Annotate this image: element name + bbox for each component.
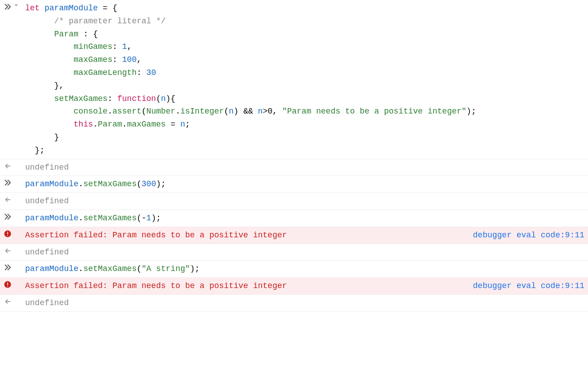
var-n: n: [258, 107, 263, 116]
str-arg: "A string": [141, 264, 190, 273]
console-input-row[interactable]: let paramModule = { /* parameter literal…: [0, 0, 588, 159]
punct: );: [151, 214, 161, 223]
prop-maxGameLength: maxGameLength: [74, 68, 136, 77]
svg-rect-1: [7, 232, 8, 234]
console-input-row[interactable]: paramModule.setMaxGames(-1);: [0, 210, 588, 227]
output-value: undefined: [25, 246, 584, 259]
console-input-row[interactable]: paramModule.setMaxGames("A string");: [0, 261, 588, 278]
punct: }: [54, 133, 59, 142]
output-value: undefined: [25, 195, 584, 208]
return-arrow-icon: [4, 162, 12, 170]
comment: /* parameter literal */: [54, 17, 166, 26]
var-n: n: [229, 107, 234, 116]
input-prompt-icon: [4, 3, 12, 11]
num-30: 30: [146, 68, 156, 77]
collapse-toggle-icon[interactable]: [13, 3, 19, 8]
console-output-row: undefined: [0, 193, 588, 210]
source-link[interactable]: debugger eval code:9:11: [466, 280, 584, 293]
console-output-row: undefined: [0, 244, 588, 261]
num-100: 100: [122, 55, 136, 64]
gutter: [4, 195, 25, 204]
punct: ): [234, 107, 239, 116]
punct: ,: [272, 107, 282, 116]
param-n: n: [161, 94, 166, 103]
punct: (: [136, 179, 141, 188]
punct: .: [176, 107, 180, 116]
source-file: debugger eval code: [473, 281, 560, 290]
punct: ;: [185, 120, 190, 129]
punct: .: [79, 179, 83, 188]
punct: .: [79, 264, 83, 273]
error-icon: [4, 280, 12, 289]
gutter: [4, 178, 25, 187]
punct: },: [54, 81, 64, 90]
gutter: [4, 2, 25, 11]
punct: (: [136, 214, 141, 223]
prop-maxGames: maxGames: [74, 55, 112, 64]
source-link[interactable]: debugger eval code:9:11: [466, 229, 584, 242]
code-input[interactable]: paramModule.setMaxGames(-1);: [25, 212, 584, 225]
method-setMaxGames: setMaxGames: [83, 179, 137, 188]
prop-param: Param: [98, 120, 122, 129]
op-gt0: >0: [263, 107, 272, 116]
svg-rect-2: [7, 235, 8, 236]
method-isInteger: isInteger: [180, 107, 224, 116]
punct: ){: [166, 94, 176, 103]
code-input[interactable]: let paramModule = { /* parameter literal…: [25, 2, 584, 157]
console-error-row: Assertion failed: Param needs to be a po…: [0, 278, 588, 295]
punct: = {: [98, 4, 117, 13]
punct: .: [122, 120, 127, 129]
punct: :: [136, 68, 146, 77]
punct: .: [93, 120, 98, 129]
input-prompt-icon: [4, 179, 12, 187]
op-and: &&: [238, 107, 258, 116]
input-prompt-icon: [4, 263, 12, 271]
output-value: undefined: [25, 161, 584, 174]
console-panel: let paramModule = { /* parameter literal…: [0, 0, 588, 312]
prop-maxGames: maxGames: [127, 120, 166, 129]
num-arg: 1: [146, 214, 151, 223]
error-message: Assertion failed: Param needs to be a po…: [25, 280, 466, 293]
punct: (: [136, 264, 141, 273]
console-output-row: undefined: [0, 159, 588, 176]
num-arg: 300: [141, 179, 156, 188]
punct: );: [190, 264, 200, 273]
punct: };: [35, 146, 45, 155]
type-number: Number: [146, 107, 176, 116]
svg-rect-5: [7, 286, 8, 287]
punct: .: [108, 107, 113, 116]
string-literal: "Param needs to be a positive integer": [282, 107, 466, 116]
gutter: [4, 161, 25, 170]
punct: :: [112, 42, 122, 51]
prop-setMaxGames: setMaxGames: [54, 94, 108, 103]
return-arrow-icon: [4, 297, 12, 306]
input-prompt-icon: [4, 213, 12, 221]
code-input[interactable]: paramModule.setMaxGames("A string");: [25, 262, 584, 275]
punct: : {: [79, 30, 98, 39]
gutter: [4, 297, 25, 306]
keyword-let: let: [25, 4, 39, 13]
punct: .: [79, 214, 83, 223]
source-loc: 9:11: [565, 231, 584, 240]
return-arrow-icon: [4, 196, 12, 204]
error-message: Assertion failed: Param needs to be a po…: [25, 229, 466, 242]
error-icon: [4, 230, 12, 238]
punct: (: [156, 94, 161, 103]
gutter: [4, 246, 25, 255]
keyword-function: function: [117, 94, 156, 103]
console-error-row: Assertion failed: Param needs to be a po…: [0, 227, 588, 244]
punct: );: [466, 107, 476, 116]
gutter: [4, 212, 25, 221]
method-setMaxGames: setMaxGames: [83, 214, 137, 223]
code-input[interactable]: paramModule.setMaxGames(300);: [25, 178, 584, 191]
punct: );: [156, 179, 166, 188]
prop-param: Param: [54, 30, 79, 39]
neg-sign: -: [141, 214, 146, 223]
method-assert: assert: [112, 107, 141, 116]
keyword-this: this: [74, 120, 93, 129]
console-input-row[interactable]: paramModule.setMaxGames(300);: [0, 176, 588, 193]
source-file: debugger eval code: [473, 231, 560, 240]
var-n: n: [180, 120, 185, 129]
return-arrow-icon: [4, 247, 12, 255]
punct: ,: [136, 55, 141, 64]
